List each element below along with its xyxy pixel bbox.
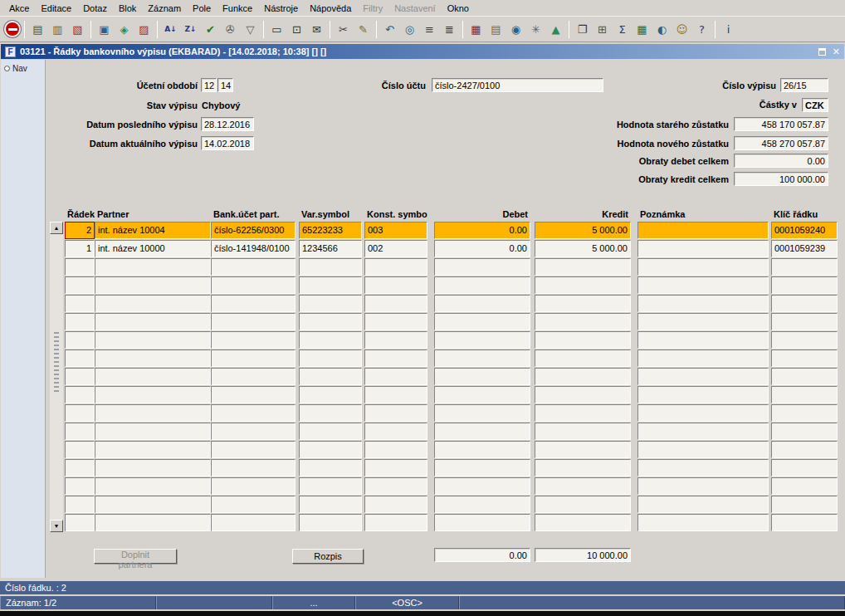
menu-blok[interactable]: Blok	[113, 1, 142, 15]
cell-konst-symbol[interactable]	[364, 295, 427, 312]
table-row[interactable]	[65, 477, 838, 495]
cell-partner[interactable]	[95, 276, 211, 294]
cell-radek[interactable]	[65, 368, 95, 385]
cell-partner[interactable]	[95, 350, 211, 367]
mail-icon[interactable]: ✉	[307, 20, 326, 39]
cell-partner[interactable]	[95, 313, 211, 330]
doplnit-partnera-button[interactable]: Doplnit partnera	[94, 549, 177, 564]
menu-editace[interactable]: Editace	[35, 1, 77, 15]
cell-konst-symbol[interactable]	[364, 386, 427, 403]
cell-bank-ucet-part[interactable]	[211, 313, 296, 330]
info-icon[interactable]: i	[719, 20, 738, 39]
cell-radek[interactable]	[65, 459, 95, 477]
cell-kredit[interactable]	[535, 477, 631, 495]
globe-icon[interactable]: ◉	[506, 20, 525, 39]
cancel-query-icon[interactable]: ▨	[134, 20, 154, 39]
cell-partner[interactable]	[95, 477, 211, 495]
menu-filtry[interactable]: Filtry	[357, 1, 388, 15]
cell-bank-ucet-part[interactable]	[211, 331, 296, 349]
cell-poznamka[interactable]	[637, 477, 769, 495]
table-row[interactable]: 1int. název 10000číslo-141948/0100123456…	[65, 240, 838, 257]
detail-list-icon[interactable]: ≣	[440, 20, 459, 39]
cell-radek[interactable]	[65, 295, 95, 312]
cell-partner[interactable]	[95, 331, 211, 349]
cell-debet[interactable]	[434, 514, 530, 531]
cell-debet[interactable]	[434, 350, 530, 367]
cell-poznamka[interactable]	[637, 295, 769, 312]
cell-poznamka[interactable]	[637, 258, 769, 276]
menu-akce[interactable]: Akce	[3, 1, 35, 15]
cell-radek[interactable]	[65, 350, 95, 367]
cell-kredit[interactable]: 5 000.00	[535, 222, 631, 239]
cell-bank-ucet-part[interactable]	[211, 459, 296, 477]
cell-konst-symbol[interactable]: 003	[364, 222, 427, 239]
cell-kredit[interactable]	[535, 441, 631, 458]
table-row[interactable]	[65, 350, 838, 367]
export-table-icon[interactable]: ▦	[633, 20, 652, 39]
cell-radek[interactable]	[65, 514, 95, 531]
scrollbar-trough[interactable]	[50, 234, 63, 520]
sum-icon[interactable]: Σ	[613, 20, 632, 39]
cislo-vypisu-field[interactable]: 26/15	[780, 78, 828, 92]
cell-konst-symbol[interactable]	[364, 459, 427, 477]
scroll-up-icon[interactable]: ▲	[50, 222, 63, 234]
cell-var-symbol[interactable]	[299, 404, 362, 422]
cell-debet[interactable]	[434, 496, 530, 513]
cell-partner[interactable]	[95, 368, 211, 385]
cell-radek[interactable]	[65, 331, 95, 349]
cell-poznamka[interactable]	[637, 313, 769, 330]
sort-desc-icon[interactable]: Z↓	[181, 20, 200, 39]
cell-debet[interactable]: 0.00	[434, 240, 530, 257]
cell-klic-radku[interactable]	[771, 258, 838, 276]
cell-konst-symbol[interactable]: 002	[364, 240, 427, 257]
table-row[interactable]	[65, 514, 838, 531]
cell-debet[interactable]	[434, 313, 530, 330]
cell-klic-radku[interactable]	[771, 386, 838, 403]
calculator-icon[interactable]: ⊞	[593, 20, 612, 39]
exit-icon[interactable]	[4, 21, 21, 37]
cell-partner[interactable]	[95, 514, 211, 531]
scroll-down-icon[interactable]: ▼	[50, 520, 63, 532]
cell-var-symbol[interactable]	[299, 350, 362, 367]
cell-debet[interactable]	[434, 459, 530, 477]
record-scrollbar[interactable]: ▲ ▼	[50, 222, 63, 532]
cell-partner[interactable]: int. název 10004	[95, 222, 211, 239]
cell-kredit[interactable]	[535, 496, 631, 513]
table-row[interactable]	[65, 459, 838, 477]
cell-poznamka[interactable]	[637, 496, 769, 513]
execute-query-icon[interactable]: ◈	[115, 20, 134, 39]
cell-var-symbol[interactable]	[299, 295, 362, 312]
chart-icon[interactable]: ▲	[546, 20, 565, 39]
cell-konst-symbol[interactable]	[364, 313, 427, 330]
cell-klic-radku[interactable]	[771, 276, 838, 294]
cislo-uctu-field[interactable]: číslo-2427/0100	[432, 78, 603, 92]
cell-konst-symbol[interactable]	[364, 441, 427, 458]
commit-icon[interactable]: ✔	[201, 20, 220, 39]
cell-partner[interactable]	[95, 423, 211, 440]
cell-bank-ucet-part[interactable]	[211, 258, 296, 276]
nav-radio-icon[interactable]	[4, 66, 10, 71]
table-row[interactable]	[65, 386, 838, 403]
cell-bank-ucet-part[interactable]	[211, 386, 296, 403]
cell-radek[interactable]	[65, 386, 95, 403]
cell-klic-radku[interactable]	[771, 423, 838, 440]
cell-var-symbol[interactable]	[299, 313, 362, 330]
cell-kredit[interactable]	[535, 386, 631, 403]
cell-debet[interactable]	[434, 477, 530, 495]
cell-kredit[interactable]	[535, 331, 631, 349]
scrollbar-thumb[interactable]	[54, 332, 59, 392]
cell-bank-ucet-part[interactable]	[211, 368, 296, 385]
table-row[interactable]	[65, 258, 838, 276]
cell-kredit[interactable]	[535, 459, 631, 477]
cell-debet[interactable]	[434, 404, 530, 422]
cell-poznamka[interactable]	[637, 368, 769, 385]
cell-partner[interactable]	[95, 404, 211, 422]
cell-var-symbol[interactable]	[299, 331, 362, 349]
cut-icon[interactable]: ✂	[334, 20, 353, 39]
cell-bank-ucet-part[interactable]: číslo-141948/0100	[211, 240, 296, 257]
cell-konst-symbol[interactable]	[364, 258, 427, 276]
cell-klic-radku[interactable]	[771, 313, 838, 330]
cell-partner[interactable]	[95, 258, 211, 276]
delete-record-icon[interactable]: ▧	[68, 20, 87, 39]
cell-var-symbol[interactable]	[299, 459, 362, 477]
